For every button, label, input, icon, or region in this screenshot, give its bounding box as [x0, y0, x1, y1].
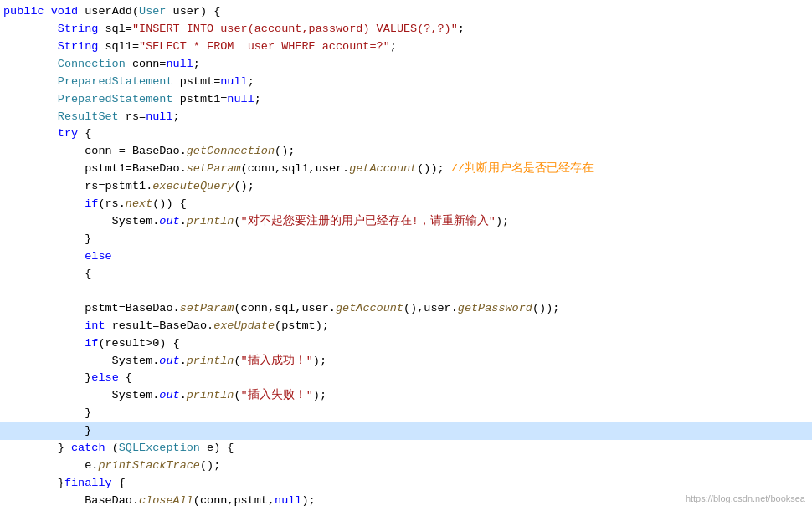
line-content: }: [0, 422, 812, 440]
token: try: [58, 125, 78, 143]
code-line: pstmt=BaseDao.setParam(conn,sql,user.get…: [0, 300, 812, 318]
code-line: String sql="INSERT INTO user(account,pas…: [0, 21, 812, 38]
token: );: [313, 353, 326, 370]
token: println: [187, 387, 234, 405]
code-line: e.printStackTrace();: [0, 457, 812, 475]
line-content: [0, 284, 812, 300]
token: (),user.: [403, 300, 458, 318]
code-content: public void userAdd(User user) { String …: [0, 3, 812, 511]
token: (: [234, 213, 240, 231]
token: User: [139, 3, 166, 21]
token: "插入成功！": [241, 353, 313, 370]
line-content: else: [0, 248, 812, 266]
token: ;: [458, 21, 465, 38]
token: rs=pstmt1.: [3, 178, 152, 196]
token: PreparedStatement: [58, 91, 173, 109]
token: setParam: [180, 300, 234, 318]
token: [3, 74, 58, 91]
token: println: [187, 213, 234, 231]
line-content: String sql1="SELECT * FROM user WHERE ac…: [0, 38, 812, 56]
token: e) {: [200, 440, 234, 457]
token: (: [234, 353, 240, 370]
token: [3, 196, 85, 213]
token: (: [234, 387, 240, 405]
token: catch: [71, 440, 105, 457]
token: {: [119, 370, 132, 387]
token: String: [58, 38, 99, 56]
token: System.: [3, 213, 159, 231]
line-content: PreparedStatement pstmt1=null;: [0, 91, 812, 109]
code-line: if(result>0) {: [0, 335, 812, 353]
token: executeQuery: [152, 178, 234, 196]
token: printStackTrace: [98, 457, 200, 475]
line-content: if(result>0) {: [0, 335, 812, 353]
token: conn = BaseDao.: [3, 143, 187, 161]
token: else: [85, 248, 111, 266]
line-content: }: [0, 405, 812, 422]
token: [3, 318, 85, 335]
token: String: [58, 21, 99, 38]
code-line: ResultSet rs=null;: [0, 109, 812, 126]
line-content: int result=BaseDao.exeUpdate(pstmt);: [0, 318, 812, 335]
token: {: [3, 266, 91, 284]
token: [3, 91, 58, 109]
token: (result>0) {: [98, 335, 179, 353]
code-line: }: [0, 231, 812, 248]
token: [3, 335, 85, 353]
code-line: Connection conn=null;: [0, 56, 812, 74]
token: (rs.: [98, 196, 125, 213]
token: ());: [532, 300, 559, 318]
line-content: }else {: [0, 370, 812, 387]
token: getConnection: [187, 143, 275, 161]
token: if: [85, 196, 98, 213]
line-content: pstmt1=BaseDao.setParam(conn,sql1,user.g…: [0, 161, 812, 178]
token: next: [126, 196, 152, 213]
token: SQLException: [119, 440, 200, 457]
code-line: conn = BaseDao.getConnection();: [0, 143, 812, 161]
token: e.: [3, 457, 98, 475]
token: ();: [275, 143, 295, 161]
code-line: System.out.println("插入失败！");: [0, 387, 812, 405]
line-content: e.printStackTrace();: [0, 457, 812, 475]
token: (conn,sql,user.: [234, 300, 336, 318]
token: );: [301, 493, 315, 510]
code-line: String sql1="SELECT * FROM user WHERE ac…: [0, 38, 812, 56]
code-line: System.out.println("对不起您要注册的用户已经存在!，请重新输…: [0, 213, 812, 231]
code-line: try {: [0, 125, 812, 143]
token: [3, 125, 58, 143]
code-line: public void userAdd(User user) {: [0, 3, 812, 21]
code-line: } catch (SQLException e) {: [0, 440, 812, 457]
token: out: [159, 387, 179, 405]
line-content: {: [0, 266, 812, 284]
token: conn=: [126, 56, 167, 74]
code-line: [0, 284, 812, 300]
code-line: int result=BaseDao.exeUpdate(pstmt);: [0, 318, 812, 335]
line-content: conn = BaseDao.getConnection();: [0, 143, 812, 161]
token: ;: [254, 91, 261, 109]
token: );: [496, 213, 509, 231]
token: ;: [390, 38, 397, 56]
token: (: [105, 440, 119, 457]
token: pstmt1=BaseDao.: [3, 161, 187, 178]
token: out: [159, 353, 179, 370]
token: }: [3, 440, 71, 457]
token: (conn,sql1,user.: [241, 161, 350, 178]
token: public: [3, 3, 44, 21]
token: [3, 38, 58, 56]
token: "SELECT * FROM user WHERE account=?": [139, 38, 390, 56]
line-content: }: [0, 231, 812, 248]
token: if: [85, 335, 98, 353]
token: (pstmt);: [275, 318, 329, 335]
code-line: rs=pstmt1.executeQuery();: [0, 178, 812, 196]
token: }: [3, 370, 91, 387]
token: [3, 248, 85, 266]
token: out: [159, 213, 179, 231]
token: null: [227, 91, 254, 109]
line-content: System.out.println("插入成功！");: [0, 353, 812, 370]
line-content: } catch (SQLException e) {: [0, 440, 812, 457]
line-content: }finally {: [0, 475, 812, 493]
token: //判断用户名是否已经存在: [451, 161, 594, 178]
line-content: System.out.println("对不起您要注册的用户已经存在!，请重新输…: [0, 213, 812, 231]
code-line: else: [0, 248, 812, 266]
token: println: [187, 353, 234, 370]
